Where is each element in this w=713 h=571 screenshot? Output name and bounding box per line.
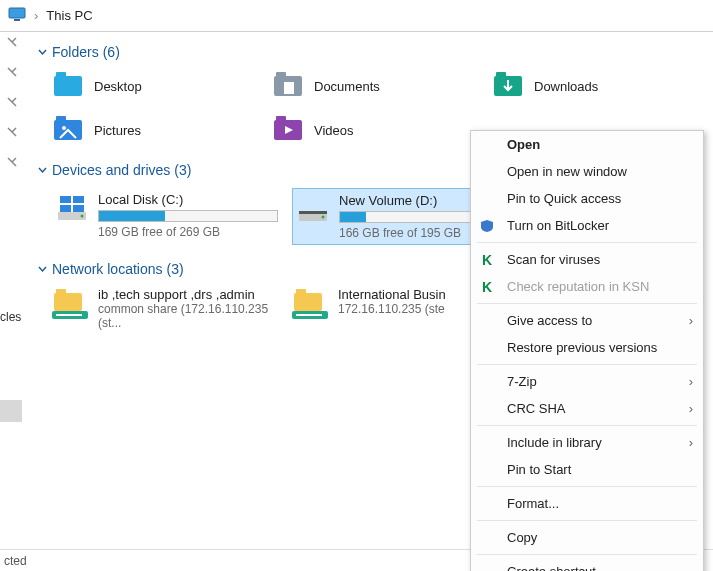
ctx-crc-sha[interactable]: CRC SHA› [471, 395, 703, 422]
folder-label: Documents [314, 79, 380, 94]
svg-rect-21 [299, 211, 327, 214]
kaspersky-icon: K [479, 279, 495, 295]
status-text: cted [4, 554, 27, 568]
ctx-copy[interactable]: Copy [471, 524, 703, 551]
chevron-down-icon [38, 166, 48, 175]
group-folders[interactable]: Folders (6) [38, 44, 713, 60]
ctx-pin-quick-access[interactable]: Pin to Quick access [471, 185, 703, 212]
svg-rect-23 [54, 293, 82, 311]
drive-name: Local Disk (C:) [98, 192, 278, 207]
desktop-icon [52, 70, 84, 102]
chevron-right-icon: › [689, 401, 693, 416]
network-folder-icon [52, 287, 88, 321]
bitlocker-icon [479, 218, 495, 234]
drive-free-text: 169 GB free of 269 GB [98, 225, 278, 239]
svg-rect-19 [73, 205, 84, 212]
folder-label: Downloads [534, 79, 598, 94]
svg-rect-27 [294, 293, 322, 311]
svg-rect-26 [56, 314, 82, 316]
svg-rect-16 [60, 196, 71, 203]
ctx-pin-start[interactable]: Pin to Start [471, 456, 703, 483]
ctx-include-library[interactable]: Include in library› [471, 429, 703, 456]
ctx-7zip[interactable]: 7-Zip› [471, 368, 703, 395]
svg-rect-10 [56, 116, 66, 122]
svg-rect-13 [276, 116, 286, 122]
group-drives-label: Devices and drives [52, 162, 170, 178]
folder-desktop[interactable]: Desktop [52, 70, 252, 102]
network-name: International Busin [338, 287, 446, 302]
context-menu: Open Open in new window Pin to Quick acc… [470, 130, 704, 571]
svg-rect-2 [54, 76, 82, 96]
chevron-right-icon: › [689, 435, 693, 450]
svg-rect-1 [14, 19, 20, 21]
svg-rect-17 [73, 196, 84, 203]
group-folders-label: Folders [52, 44, 99, 60]
pc-icon [8, 7, 26, 24]
group-network-count: (3) [167, 261, 184, 277]
ctx-restore-versions[interactable]: Restore previous versions [471, 334, 703, 361]
ctx-scan-viruses[interactable]: K Scan for viruses [471, 246, 703, 273]
network-path: 172.16.110.235 (ste [338, 302, 446, 316]
folder-label: Videos [314, 123, 354, 138]
svg-rect-6 [284, 82, 294, 94]
drive-icon-windows [56, 192, 88, 224]
svg-rect-18 [60, 205, 71, 212]
ctx-give-access[interactable]: Give access to› [471, 307, 703, 334]
svg-rect-5 [276, 72, 286, 78]
chevron-right-icon: › [34, 8, 38, 23]
ctx-check-ksn: K Check reputation in KSN [471, 273, 703, 300]
folder-label: Pictures [94, 123, 141, 138]
drive-usage-bar [98, 210, 278, 222]
chevron-right-icon: › [689, 374, 693, 389]
chevron-down-icon [38, 48, 48, 57]
documents-icon [272, 70, 304, 102]
ctx-open-new-window[interactable]: Open in new window [471, 158, 703, 185]
group-drives-count: (3) [174, 162, 191, 178]
chevron-down-icon [38, 265, 48, 274]
downloads-icon [492, 70, 524, 102]
group-network-label: Network locations [52, 261, 163, 277]
ctx-open[interactable]: Open [471, 131, 703, 158]
svg-rect-30 [296, 314, 322, 316]
svg-point-11 [62, 126, 66, 130]
svg-point-22 [322, 216, 325, 219]
drive-c[interactable]: Local Disk (C:) 169 GB free of 269 GB [52, 188, 282, 245]
network-path: common share (172.16.110.235 (st... [98, 302, 282, 330]
svg-rect-3 [56, 72, 66, 78]
ctx-create-shortcut[interactable]: Create shortcut [471, 558, 703, 571]
group-folders-count: (6) [103, 44, 120, 60]
folder-label: Desktop [94, 79, 142, 94]
svg-rect-24 [56, 289, 66, 295]
svg-point-15 [81, 215, 84, 218]
drive-icon [297, 193, 329, 225]
ctx-bitlocker[interactable]: Turn on BitLocker [471, 212, 703, 239]
network-folder-icon [292, 287, 328, 321]
chevron-right-icon: › [689, 313, 693, 328]
pictures-icon [52, 114, 84, 146]
folder-pictures[interactable]: Pictures [52, 114, 252, 146]
folder-downloads[interactable]: Downloads [492, 70, 692, 102]
network-share-a[interactable]: ib ,tech support ,drs ,admin common shar… [52, 287, 282, 330]
kaspersky-icon: K [479, 252, 495, 268]
folder-documents[interactable]: Documents [272, 70, 472, 102]
videos-icon [272, 114, 304, 146]
svg-rect-28 [296, 289, 306, 295]
network-name: ib ,tech support ,drs ,admin [98, 287, 282, 302]
svg-rect-8 [496, 72, 506, 78]
folder-videos[interactable]: Videos [272, 114, 472, 146]
address-bar[interactable]: › This PC [0, 0, 713, 32]
ctx-format[interactable]: Format... [471, 490, 703, 517]
breadcrumb-title[interactable]: This PC [46, 8, 92, 23]
svg-rect-0 [9, 8, 25, 18]
